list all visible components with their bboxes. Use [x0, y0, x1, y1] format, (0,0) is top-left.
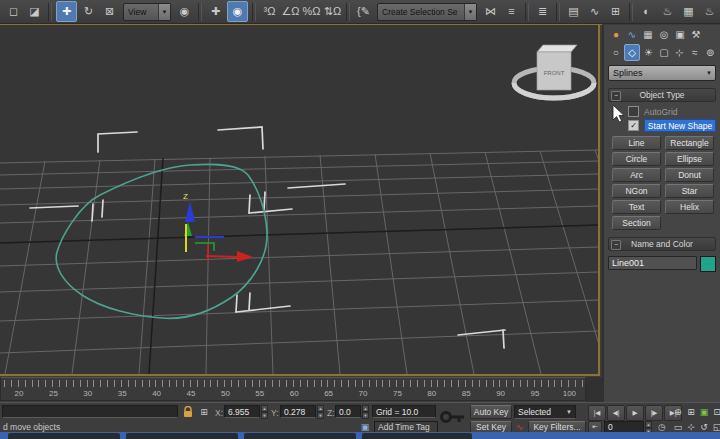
- category-geometry-button[interactable]: ○: [609, 45, 623, 60]
- y-spinner[interactable]: ▲▼: [317, 405, 324, 418]
- material-editor-button[interactable]: ◐: [637, 2, 656, 21]
- star-button[interactable]: Star: [665, 184, 714, 198]
- rectangular-selection-region-button[interactable]: ◻: [4, 2, 23, 21]
- snaps-toggle-3d-button[interactable]: ³Ω: [260, 2, 279, 21]
- absolute-offset-mode-icon[interactable]: ⊞: [197, 405, 211, 418]
- set-keys-icon[interactable]: [440, 407, 466, 427]
- object-type-buttons: LineRectangleCircleEllipseArcDonutNGonSt…: [612, 136, 714, 230]
- orbit-icon: ↺: [700, 422, 708, 432]
- rectangle-button[interactable]: Rectangle: [665, 136, 714, 150]
- select-and-manipulate-button[interactable]: ◉: [175, 2, 194, 21]
- reference-coordinate-system-dropdown[interactable]: View▼: [123, 3, 171, 21]
- zoom-button[interactable]: ⊕: [672, 405, 684, 418]
- z-spinner[interactable]: ▲▼: [362, 405, 369, 418]
- select-and-move-button[interactable]: ✚: [56, 1, 77, 22]
- align-button[interactable]: ≡: [502, 2, 521, 21]
- track-bar[interactable]: 20253035404550556065707580859095100: [0, 377, 586, 401]
- donut-button[interactable]: Donut: [665, 168, 714, 182]
- object-color-swatch[interactable]: [700, 256, 716, 272]
- start-new-shape-button[interactable]: Start New Shape: [644, 119, 716, 132]
- render-setup-button[interactable]: ♨: [658, 2, 677, 21]
- taskbar-button[interactable]: [362, 433, 472, 439]
- category-space-warps-button[interactable]: ≈: [688, 45, 702, 60]
- selection-lock-icon[interactable]: [182, 406, 194, 418]
- tab-hierarchy-button[interactable]: ▦: [641, 27, 656, 42]
- auto-key-button[interactable]: Auto Key: [470, 405, 512, 419]
- autogrid-checkbox[interactable]: [628, 106, 639, 117]
- perspective-viewport[interactable]: Z FRONT: [0, 25, 600, 376]
- arc-button[interactable]: Arc: [612, 168, 661, 182]
- window-crossing-selection-button[interactable]: ◪: [25, 2, 44, 21]
- tab-modify-button[interactable]: ∿: [625, 27, 640, 42]
- z-coordinate-input[interactable]: 0.0: [335, 405, 361, 418]
- edit-named-selection-sets-button[interactable]: {✎: [354, 2, 373, 21]
- start-new-shape-checkbox[interactable]: ✓: [628, 120, 639, 131]
- taskbar-button[interactable]: [126, 433, 238, 439]
- render-setup-icon: ♨: [663, 6, 673, 17]
- category-space-warps-icon: ≈: [692, 47, 698, 58]
- name-and-color-rollout-header[interactable]: − Name and Color: [608, 237, 716, 251]
- zoom-extents-all-button[interactable]: ⊡: [711, 405, 720, 418]
- category-cameras-button[interactable]: ▢: [657, 45, 671, 60]
- zoom-extents-button[interactable]: ▣: [698, 405, 710, 418]
- rectangular-selection-region-icon: ◻: [9, 6, 18, 17]
- taskbar-button[interactable]: [244, 433, 356, 439]
- select-and-scale-button[interactable]: ⊠: [100, 2, 119, 21]
- object-name-input[interactable]: Line001: [608, 256, 697, 270]
- ngon-button[interactable]: NGon: [612, 184, 661, 198]
- category-cameras-icon: ▢: [659, 47, 668, 58]
- zoom-all-button[interactable]: ⊞: [685, 405, 697, 418]
- previous-frame-button[interactable]: ◀|: [607, 405, 625, 421]
- line-button[interactable]: Line: [612, 136, 661, 150]
- circle-button[interactable]: Circle: [612, 152, 661, 166]
- x-spinner[interactable]: ▲▼: [261, 405, 268, 418]
- schematic-view-button[interactable]: ⊞: [606, 2, 625, 21]
- percent-snap-toggle-button[interactable]: %Ω: [302, 2, 321, 21]
- tab-display-button[interactable]: ▣: [673, 27, 688, 42]
- go-to-start-button[interactable]: |◀: [588, 405, 606, 421]
- selection-filter-dropdown[interactable]: Selected ▼: [514, 405, 576, 419]
- edit-named-selection-sets-icon: {✎: [357, 6, 370, 17]
- helix-button[interactable]: Helix: [665, 200, 714, 214]
- frame-label: 60: [290, 389, 299, 398]
- select-and-scale-icon: ⊠: [105, 6, 114, 17]
- x-coordinate-input[interactable]: 6.955: [224, 405, 260, 418]
- category-lights-icon: ☀: [644, 47, 653, 58]
- object-type-rollout-header[interactable]: − Object Type: [608, 88, 716, 102]
- curve-editor-button[interactable]: ∿: [585, 2, 604, 21]
- next-frame-button[interactable]: |▶: [645, 405, 663, 421]
- select-and-place-button[interactable]: ✚: [206, 2, 225, 21]
- mirror-button[interactable]: ⋈: [481, 2, 500, 21]
- category-lights-button[interactable]: ☀: [641, 45, 655, 60]
- select-and-rotate-button[interactable]: ↻: [79, 2, 98, 21]
- category-systems-button[interactable]: ⊚: [703, 45, 717, 60]
- taskbar-button[interactable]: [8, 433, 120, 439]
- zoom-extents-icon: ▣: [700, 407, 709, 417]
- play-animation-button[interactable]: ▶: [626, 405, 644, 421]
- angle-snap-toggle-button[interactable]: ∠Ω: [281, 2, 300, 21]
- spinner-snap-toggle-button[interactable]: ⇅Ω: [323, 2, 342, 21]
- graphite-modeling-tools-button[interactable]: ▤: [564, 2, 583, 21]
- viewport-nav-row1: ⊕⊞▣⊡: [672, 405, 720, 418]
- tab-utilities-button[interactable]: ⚒: [689, 27, 704, 42]
- shape-category-dropdown[interactable]: Splines ▼: [608, 65, 716, 81]
- category-helpers-icon: ⊹: [675, 47, 683, 58]
- rendered-frame-window-button[interactable]: ▦: [679, 2, 698, 21]
- y-coordinate-input[interactable]: 0.278: [280, 405, 316, 418]
- category-shapes-button[interactable]: ◇: [624, 44, 640, 61]
- ellipse-button[interactable]: Ellipse: [665, 152, 714, 166]
- start-new-shape-row: ✓ Start New Shape: [628, 120, 716, 131]
- render-production-button[interactable]: ♨: [700, 2, 719, 21]
- toolbar-separator: [346, 3, 350, 21]
- frame-label: 90: [496, 389, 505, 398]
- layer-manager-button[interactable]: ≣: [533, 2, 552, 21]
- tab-motion-button[interactable]: ◎: [657, 27, 672, 42]
- category-helpers-button[interactable]: ⊹: [672, 45, 686, 60]
- tab-utilities-icon: ⚒: [692, 29, 701, 40]
- section-button[interactable]: Section: [612, 216, 661, 230]
- named-selection-sets-dropdown[interactable]: Create Selection Se▼: [377, 3, 477, 21]
- tab-create-button[interactable]: ●: [609, 27, 624, 42]
- use-pivot-point-center-button[interactable]: ◉: [227, 1, 248, 22]
- command-panel: ●∿▦◎▣⚒ ○◇☀▢⊹≈⊚ Splines ▼ − Object Type A…: [602, 25, 720, 402]
- text-button[interactable]: Text: [612, 200, 661, 214]
